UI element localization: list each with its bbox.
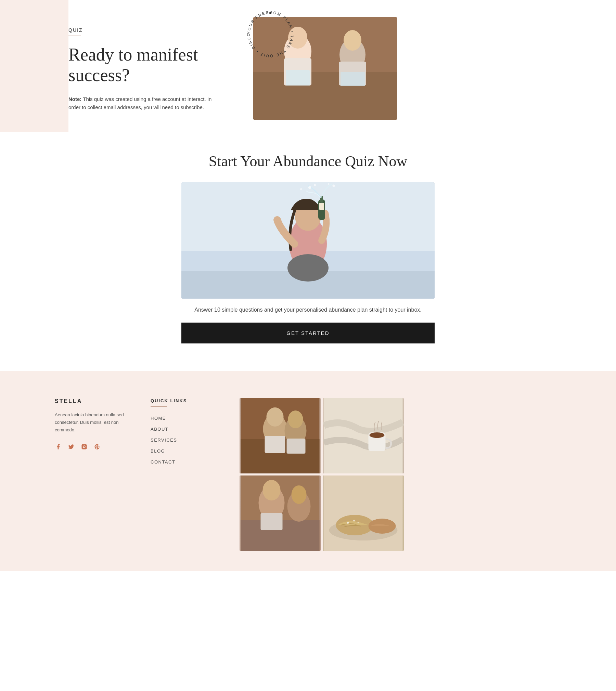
footer: STELLA Aenean lacinia bibendum nulla sed… xyxy=(0,371,616,571)
svg-point-53 xyxy=(353,520,355,521)
footer-nav-item-contact[interactable]: CONTACT xyxy=(151,459,219,465)
footer-links-underline xyxy=(151,406,167,407)
footer-nav-list: HOME ABOUT SERVICES BLOG CONTACT xyxy=(151,415,219,465)
svg-point-45 xyxy=(263,480,281,500)
footer-nav-link-home[interactable]: HOME xyxy=(151,416,166,421)
abundance-title: Start Your Abundance Quiz Now xyxy=(209,153,408,170)
quiz-label: QUIZ xyxy=(68,27,219,33)
svg-point-54 xyxy=(358,522,359,523)
twitter-icon[interactable] xyxy=(68,443,75,450)
gallery-image-4 xyxy=(323,475,404,551)
svg-rect-46 xyxy=(261,513,283,530)
footer-nav-item-services[interactable]: SERVICES xyxy=(151,437,219,443)
svg-rect-28 xyxy=(181,182,435,299)
svg-point-34 xyxy=(267,407,284,427)
gallery-image-1 xyxy=(240,398,321,473)
footer-brand: STELLA Aenean lacinia bibendum nulla sed… xyxy=(55,398,151,450)
quiz-content: QUIZ Ready to manifest success? Note: Th… xyxy=(0,0,240,132)
abundance-description: Answer 10 simple questions and get your … xyxy=(194,307,422,313)
footer-links: QUICK LINKS HOME ABOUT SERVICES BLOG CON… xyxy=(151,398,240,470)
footer-nav-link-services[interactable]: SERVICES xyxy=(151,438,177,443)
footer-nav-link-contact[interactable]: CONTACT xyxy=(151,459,175,465)
svg-point-52 xyxy=(347,522,349,524)
svg-point-48 xyxy=(292,485,307,504)
circular-badge: YOUR FREEDOM PLAN • TAKE THE QUIZ • DISC… xyxy=(243,7,298,62)
quiz-section: QUIZ Ready to manifest success? Note: Th… xyxy=(0,0,616,132)
quiz-image-container: YOUR FREEDOM PLAN • TAKE THE QUIZ • DISC… xyxy=(253,10,404,120)
quiz-note: Note: This quiz was created using a free… xyxy=(68,95,212,112)
footer-nav-link-about[interactable]: ABOUT xyxy=(151,427,168,432)
footer-nav-item-home[interactable]: HOME xyxy=(151,415,219,421)
footer-socials xyxy=(55,443,137,450)
svg-point-37 xyxy=(288,410,303,428)
instagram-icon[interactable] xyxy=(81,443,88,450)
quiz-image-area: YOUR FREEDOM PLAN • TAKE THE QUIZ • DISC… xyxy=(240,0,616,120)
facebook-icon[interactable] xyxy=(55,443,62,450)
footer-gallery xyxy=(240,398,404,551)
pinterest-icon[interactable] xyxy=(94,443,101,450)
gallery-image-3 xyxy=(240,475,321,551)
svg-rect-38 xyxy=(287,439,306,454)
footer-nav-item-blog[interactable]: BLOG xyxy=(151,448,219,454)
quiz-label-underline xyxy=(68,36,81,36)
svg-point-41 xyxy=(370,432,385,438)
svg-rect-29 xyxy=(82,444,87,449)
get-started-button[interactable]: GET STARTED xyxy=(181,323,435,343)
abundance-image xyxy=(181,182,435,299)
footer-links-title: QUICK LINKS xyxy=(151,398,219,403)
footer-brand-description: Aenean lacinia bibendum nulla sed consec… xyxy=(55,411,137,434)
footer-brand-name: STELLA xyxy=(55,398,137,404)
svg-point-2 xyxy=(269,12,271,14)
gallery-image-2 xyxy=(323,398,404,473)
footer-nav-item-about[interactable]: ABOUT xyxy=(151,426,219,432)
svg-text:YOUR FREEDOM PLAN • TAKE THE Q: YOUR FREEDOM PLAN • TAKE THE QUIZ • DISC… xyxy=(243,7,294,58)
abundance-section: Start Your Abundance Quiz Now xyxy=(0,132,616,371)
quiz-heading: Ready to manifest success? xyxy=(68,44,219,86)
footer-nav-link-blog[interactable]: BLOG xyxy=(151,448,165,454)
svg-rect-35 xyxy=(265,436,285,453)
svg-rect-39 xyxy=(324,398,403,473)
